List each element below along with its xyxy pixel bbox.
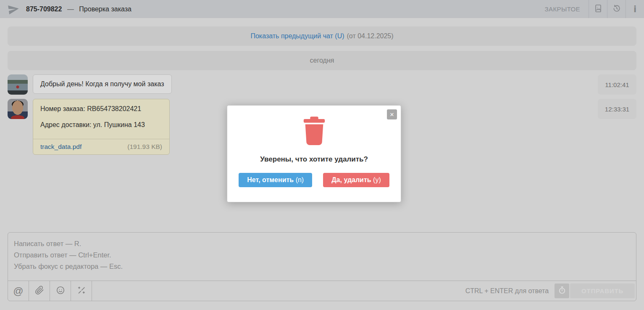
cancel-label: Нет, отменить — [247, 176, 294, 183]
modal-buttons: Нет, отменить (n) Да, удалить (y) — [227, 173, 401, 187]
confirm-label: Да, удалить — [331, 176, 371, 183]
close-icon: ✕ — [390, 111, 394, 118]
cancel-hotkey: (n) — [296, 176, 304, 183]
close-button[interactable]: ✕ — [387, 109, 397, 119]
modal-title: Уверены, что хотите удалить? — [227, 155, 401, 164]
confirm-hotkey: (y) — [373, 176, 381, 183]
confirm-delete-button[interactable]: Да, удалить (y) — [323, 173, 389, 187]
delete-confirm-modal: ✕ Уверены, что хотите удалить? Нет, отме… — [227, 105, 401, 202]
cancel-button[interactable]: Нет, отменить (n) — [239, 173, 312, 187]
trash-icon — [227, 106, 401, 147]
